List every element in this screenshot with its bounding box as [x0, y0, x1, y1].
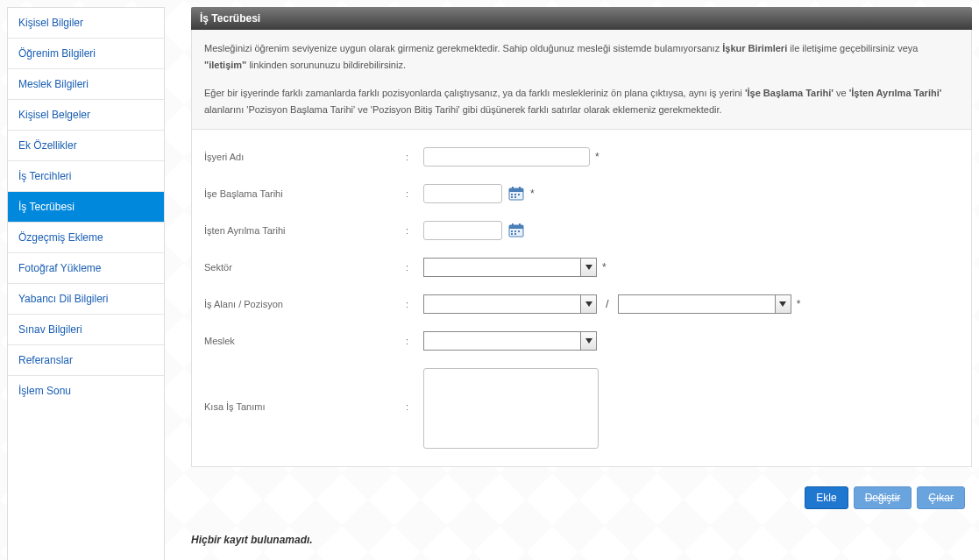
info-text: ile iletişime geçebilirsiniz veya	[787, 43, 918, 53]
sector-select[interactable]	[423, 258, 597, 277]
workplace-input[interactable]	[423, 147, 590, 167]
profession-select[interactable]	[423, 331, 597, 351]
svg-rect-11	[512, 223, 514, 227]
info-bold: 'İşten Ayrılma Tarihi'	[849, 88, 942, 98]
sidebar-item-job-prefs[interactable]: İş Tercihleri	[8, 161, 164, 192]
chevron-down-icon[interactable]	[580, 295, 596, 313]
svg-rect-6	[518, 194, 520, 195]
calendar-icon[interactable]	[507, 185, 525, 202]
svg-rect-7	[511, 196, 513, 198]
panel-info: Mesleğinizi öğrenim seviyenize uygun ola…	[191, 30, 972, 130]
sidebar-item-education-info[interactable]: Öğrenim Bilgileri	[8, 39, 164, 69]
colon: :	[406, 152, 423, 162]
change-button[interactable]: Değiştir	[854, 486, 912, 509]
info-text: Eğer bir işyerinde farklı zamanlarda far…	[204, 88, 745, 98]
svg-rect-2	[512, 187, 514, 190]
colon: :	[406, 188, 423, 199]
svg-rect-5	[514, 194, 516, 195]
svg-rect-1	[509, 188, 523, 192]
sidebar-item-process-end[interactable]: İşlem Sonu	[8, 376, 164, 406]
no-record-message: Hiçbir kayıt bulunamadı.	[191, 518, 972, 556]
start-date-input[interactable]	[423, 184, 502, 203]
field-select[interactable]	[423, 294, 597, 314]
colon: :	[406, 336, 423, 346]
svg-rect-12	[519, 223, 521, 227]
chevron-down-icon[interactable]	[580, 259, 596, 276]
sidebar-item-references[interactable]: Referanslar	[8, 345, 164, 376]
chevron-down-icon[interactable]	[580, 332, 596, 350]
start-date-label: İşe Başlama Tarihi	[204, 188, 406, 199]
sidebar-item-exam-info[interactable]: Sınav Bilgileri	[8, 315, 164, 345]
calendar-icon[interactable]	[507, 222, 525, 239]
required-mark: *	[797, 298, 801, 310]
field-position-label: İş Alanı / Pozisyon	[204, 299, 406, 309]
sidebar-item-photo-upload[interactable]: Fotoğraf Yükleme	[8, 253, 164, 284]
colon: :	[406, 299, 423, 309]
main-content: İş Tecrübesi Mesleğinizi öğrenim seviyen…	[191, 7, 972, 560]
svg-marker-18	[585, 265, 592, 270]
required-mark: *	[530, 188, 535, 200]
svg-marker-19	[585, 301, 592, 307]
end-date-label: İşten Ayrılma Tarihi	[204, 225, 406, 236]
work-experience-form: İşyeri Adı : * İşe Başlama Tarihi : *	[191, 130, 972, 467]
slash-separator: /	[602, 297, 613, 310]
svg-rect-4	[511, 194, 513, 195]
colon: :	[406, 225, 423, 236]
svg-rect-3	[519, 187, 521, 190]
svg-rect-13	[511, 230, 513, 232]
info-bold: "iletişim"	[204, 60, 246, 70]
info-text: linkinden sorununuzu bildirebilirsiniz.	[246, 60, 406, 70]
info-text: ve	[834, 88, 849, 98]
svg-rect-17	[514, 233, 516, 235]
sidebar-item-cv-add[interactable]: Özgeçmiş Ekleme	[8, 223, 164, 253]
svg-rect-16	[511, 233, 513, 235]
panel-title: İş Tecrübesi	[191, 7, 972, 30]
required-mark: *	[595, 151, 599, 163]
position-value	[619, 295, 775, 313]
chevron-down-icon[interactable]	[775, 295, 791, 313]
required-mark: *	[602, 261, 607, 273]
button-row: Ekle Değiştir Çıkar	[191, 467, 972, 518]
info-text: alanlarını 'Pozisyon Başlama Tarihi' ve …	[204, 104, 722, 115]
svg-rect-8	[514, 196, 516, 198]
sector-label: Sektör	[204, 262, 406, 273]
sidebar-item-personal-docs[interactable]: Kişisel Belgeler	[8, 100, 164, 131]
position-select[interactable]	[618, 294, 791, 314]
sector-value	[424, 259, 580, 276]
colon: :	[406, 262, 423, 273]
workplace-label: İşyeri Adı	[204, 152, 406, 162]
sidebar-item-personal-info[interactable]: Kişisel Bilgiler	[8, 8, 164, 39]
info-text: Mesleğinizi öğrenim seviyenize uygun ola…	[204, 43, 722, 53]
svg-marker-21	[585, 338, 592, 344]
sidebar-item-foreign-lang[interactable]: Yabancı Dil Bilgileri	[8, 284, 164, 315]
sidebar-item-extra-features[interactable]: Ek Özellikler	[8, 131, 164, 161]
svg-rect-14	[514, 230, 516, 232]
remove-button[interactable]: Çıkar	[917, 486, 965, 509]
sidebar: Kişisel Bilgiler Öğrenim Bilgileri Mesle…	[7, 7, 165, 560]
sidebar-item-profession-info[interactable]: Meslek Bilgileri	[8, 69, 164, 100]
profession-label: Meslek	[204, 336, 406, 346]
field-value	[424, 295, 580, 313]
info-bold: İşkur Birimleri	[722, 43, 787, 53]
end-date-input[interactable]	[423, 221, 502, 240]
jobdesc-textarea[interactable]	[423, 368, 599, 449]
svg-marker-20	[779, 301, 786, 307]
add-button[interactable]: Ekle	[805, 486, 848, 509]
svg-rect-10	[509, 225, 523, 229]
svg-rect-15	[518, 230, 520, 232]
bottom-nav: << Geri İş Tecrübesi İleri >>	[191, 556, 972, 560]
sidebar-item-work-experience[interactable]: İş Tecrübesi	[8, 192, 164, 223]
colon: :	[406, 368, 423, 412]
profession-value	[424, 332, 580, 350]
info-bold: 'İşe Başlama Tarihi'	[745, 88, 834, 98]
jobdesc-label: Kısa İş Tanımı	[204, 368, 406, 412]
